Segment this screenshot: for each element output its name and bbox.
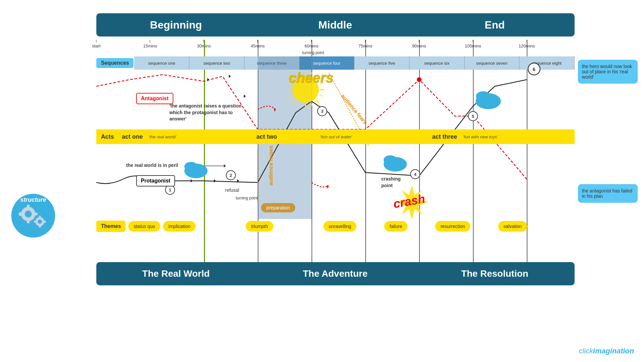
svg-rect-24	[34, 213, 38, 215]
arrow-ant-2	[229, 75, 231, 78]
svg-point-28	[38, 220, 42, 224]
hero-callout-box: the hero would now look out of place in …	[578, 60, 638, 84]
header-end: End	[415, 13, 575, 36]
svg-rect-21	[27, 205, 30, 209]
branding: clickimagination	[579, 347, 634, 355]
act-three-sub: 'fun with new toys'	[460, 134, 501, 139]
seq-two: sequence two	[189, 56, 244, 70]
seq-one: sequence one	[134, 56, 189, 70]
timeline-ruler: start 15mins 30mins 45mins 60mins 75mins…	[96, 40, 575, 53]
chart-svg: 1 2 3 4 5 6	[96, 13, 575, 285]
structure-text: structure	[20, 196, 46, 203]
ant-arc-2	[312, 182, 329, 187]
turning-point-bottom-label: turning point	[236, 196, 258, 200]
cheers-text: cheers	[288, 70, 333, 86]
act-two: act two	[253, 133, 280, 140]
audience-fears-text: audience fears	[340, 93, 368, 125]
arrow-prot-2	[214, 179, 216, 182]
svg-line-14	[288, 95, 291, 96]
sequences-label: Sequences	[96, 58, 134, 68]
circle-marker-1-bg	[165, 185, 175, 194]
structure-logo: structure	[10, 192, 56, 239]
svg-line-16	[299, 104, 300, 107]
theme-unravelling: unravelling	[323, 221, 357, 232]
blob-end-top	[476, 91, 491, 101]
header-middle: Middle	[256, 13, 415, 36]
circle-marker-3-text: 3	[321, 109, 323, 114]
acts-row: Acts act one 'the real world' act two 'f…	[96, 129, 575, 144]
svg-rect-29	[39, 216, 41, 219]
ant-arc	[258, 106, 276, 109]
themes-label: Themes	[96, 221, 126, 232]
act-one-sub: 'the real world'	[146, 134, 179, 139]
protagonist-label: Protagonist	[136, 175, 175, 186]
tick-15: 15mins	[143, 40, 157, 48]
theme-status-quo: status quo	[128, 221, 160, 232]
circle-marker-4-text: 4	[414, 172, 416, 177]
acts-label: Acts	[96, 133, 119, 140]
seq-three: sequence three	[244, 56, 300, 70]
act-one: act one	[119, 133, 146, 140]
header-beginning: Beginning	[96, 13, 256, 36]
ant-arc-head	[274, 108, 276, 112]
arrow-prot-3	[237, 179, 239, 182]
svg-line-8	[292, 101, 295, 103]
circle-marker-1-text: 1	[169, 187, 171, 192]
themes-row: Themes status quo implication triumpth u…	[96, 219, 575, 234]
theme-implication: implication	[163, 221, 196, 232]
car-blob-top	[184, 162, 198, 171]
stage-preparation: preparation	[261, 203, 295, 212]
crash-text: crash	[392, 192, 426, 211]
seq-five: sequence five	[354, 56, 410, 70]
footer-adventure: The Adventure	[256, 262, 415, 285]
seq-six: sequence six	[410, 56, 465, 70]
antagonist-label: Antagonist	[136, 93, 173, 104]
circle-marker-4-bg	[411, 170, 420, 179]
protagonist-line-2	[169, 181, 258, 182]
car-blob-2	[384, 157, 407, 172]
car-blob-2-top	[384, 155, 397, 165]
circle-marker-3-bg	[318, 107, 327, 116]
peril-text: the real world is in peril	[126, 163, 178, 168]
arrow-prot-1	[191, 179, 193, 182]
theme-triumpth: triumpth	[246, 221, 273, 232]
arrow-ant-3	[244, 95, 246, 98]
antagonist-failed-callout: the antagonist has failed in his plan	[578, 184, 638, 203]
antagonist-raises-text: 'the antagonist raises a question which …	[169, 103, 246, 122]
theme-salvation: salvation	[498, 221, 527, 232]
footer-bar: The Real World The Adventure The Resolut…	[96, 262, 575, 285]
turning-point-top-label: turning point	[302, 50, 324, 55]
svg-line-15	[320, 95, 323, 96]
blob-end	[476, 93, 501, 109]
seq-four: sequence four	[300, 56, 355, 70]
svg-rect-32	[43, 221, 46, 223]
theme-resurrection: resurrection	[435, 221, 470, 232]
tick-start: start	[92, 40, 100, 48]
sequences-row: Sequences sequence one sequence two sequ…	[96, 56, 575, 70]
act-two-sub: 'fish out of water'	[318, 134, 355, 139]
audience-hopes-text: audience hopes	[268, 146, 274, 186]
circle-marker-2-text: 2	[230, 173, 232, 178]
header-bar: Beginning Middle End	[96, 13, 575, 36]
refusal-label: refusal	[225, 187, 239, 193]
svg-point-20	[25, 211, 32, 217]
footer-resolution: The Resolution	[415, 262, 575, 285]
act-three: act three	[429, 133, 460, 140]
circle-marker-2-bg	[226, 171, 235, 180]
footer-real-world: The Real World	[96, 262, 256, 285]
crashing-point-label: crashingpoint	[381, 176, 401, 189]
svg-line-9	[317, 101, 319, 103]
peril-arrow-head	[224, 164, 226, 168]
svg-rect-31	[34, 221, 37, 223]
seq-eight: sequence eight	[519, 56, 575, 70]
ant-arc-head-2	[327, 185, 329, 189]
theme-failure: failure	[384, 221, 408, 232]
arrow-ant-1	[207, 78, 209, 81]
seq-seven: sequence seven	[465, 56, 520, 70]
svg-rect-30	[39, 225, 41, 228]
svg-rect-22	[27, 219, 30, 223]
